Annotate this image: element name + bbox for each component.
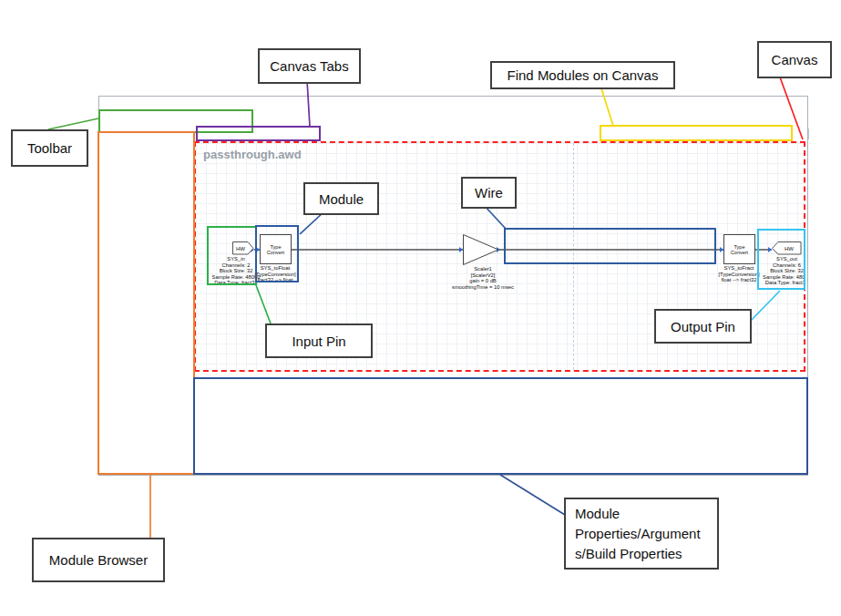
annotation-wire: Wire (461, 177, 517, 209)
annotation-output-pin: Output Pin (654, 309, 752, 344)
line-toolbar (48, 118, 98, 129)
annotation-canvas: Canvas (757, 41, 832, 78)
scaler-labels: Scaler1[ScalerV2]gain = 0 dBsmoothingTim… (441, 266, 525, 290)
module-badge: Type Convert (729, 244, 751, 255)
callout-rect-module-browser (97, 131, 195, 475)
annotation-module: Module (303, 182, 379, 215)
annotation-find-modules: Find Modules on Canvas (490, 61, 675, 89)
page: AW Audio Weaver Designer - passthrough.a… (0, 0, 841, 616)
annotation-toolbar: Toolbar (11, 129, 88, 167)
annotation-module-properties: ModuleProperties/Arguments/Build Propert… (564, 498, 719, 570)
callout-rect-module (255, 225, 299, 282)
callout-rect-properties (193, 377, 808, 475)
annotation-input-pin: Input Pin (265, 323, 373, 358)
callout-rect-wire (504, 228, 716, 264)
canvas-document-title: passthrough.awd (203, 148, 302, 161)
callout-rect-canvas-tabs (196, 126, 321, 141)
line-properties (500, 475, 565, 515)
annotation-canvas-tabs: Canvas Tabs (258, 48, 361, 84)
annotation-module-browser: Module Browser (32, 538, 165, 582)
callout-rect-output-pin (757, 229, 805, 290)
scaler-module[interactable] (463, 234, 500, 266)
callout-rect-input-pin (207, 226, 257, 285)
callout-rect-find (600, 125, 793, 141)
wire[interactable] (292, 249, 463, 251)
